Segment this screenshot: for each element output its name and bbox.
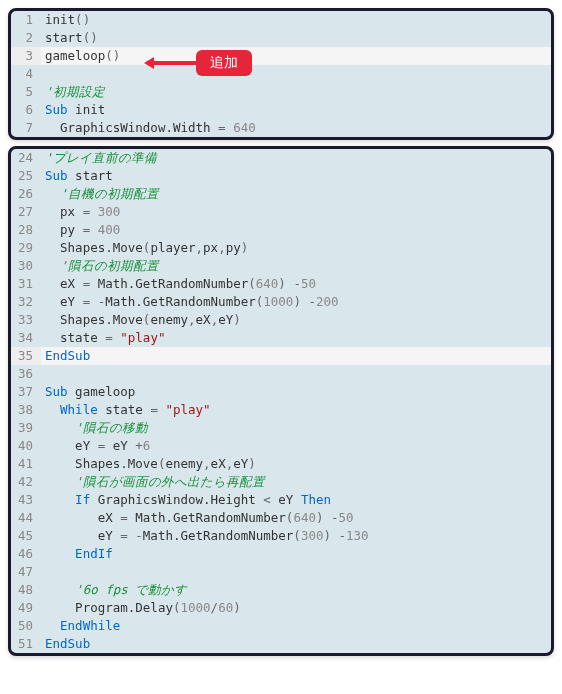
code-panel-top: 1init()2start()3gameloop()45'初期設定6Sub in… <box>8 8 554 140</box>
code-content <box>41 365 551 383</box>
line-number: 39 <box>11 419 41 437</box>
code-content: eX = Math.GetRandomNumber(640) -50 <box>41 509 551 527</box>
code-line[interactable]: 31 eX = Math.GetRandomNumber(640) -50 <box>11 275 551 293</box>
line-number: 47 <box>11 563 41 581</box>
code-line[interactable]: 32 eY = -Math.GetRandomNumber(1000) -200 <box>11 293 551 311</box>
code-content: gameloop() <box>41 47 551 65</box>
line-number: 34 <box>11 329 41 347</box>
code-line[interactable]: 45 eY = -Math.GetRandomNumber(300) -130 <box>11 527 551 545</box>
code-content: '初期設定 <box>41 83 551 101</box>
line-number: 41 <box>11 455 41 473</box>
code-panel-bottom: 24'プレイ直前の準備25Sub start26 '自機の初期配置27 px =… <box>8 146 554 656</box>
code-line[interactable]: 29 Shapes.Move(player,px,py) <box>11 239 551 257</box>
code-line[interactable]: 41 Shapes.Move(enemy,eX,eY) <box>11 455 551 473</box>
code-line[interactable]: 5'初期設定 <box>11 83 551 101</box>
code-line[interactable]: 7 GraphicsWindow.Width = 640 <box>11 119 551 137</box>
code-content <box>41 563 551 581</box>
code-content: eY = -Math.GetRandomNumber(300) -130 <box>41 527 551 545</box>
code-line[interactable]: 47 <box>11 563 551 581</box>
line-number: 26 <box>11 185 41 203</box>
code-line[interactable]: 48 '6o fps で動かす <box>11 581 551 599</box>
code-content: If GraphicsWindow.Height < eY Then <box>41 491 551 509</box>
code-line[interactable]: 35EndSub <box>11 347 551 365</box>
code-line[interactable]: 26 '自機の初期配置 <box>11 185 551 203</box>
line-number: 25 <box>11 167 41 185</box>
code-line[interactable]: 34 state = "play" <box>11 329 551 347</box>
code-content: Program.Delay(1000/60) <box>41 599 551 617</box>
line-number: 44 <box>11 509 41 527</box>
code-content: Sub init <box>41 101 551 119</box>
line-number: 35 <box>11 347 41 365</box>
code-content: eY = eY +6 <box>41 437 551 455</box>
line-number: 48 <box>11 581 41 599</box>
line-number: 31 <box>11 275 41 293</box>
annotation-callout: 追加 <box>148 50 252 76</box>
code-line[interactable]: 1init() <box>11 11 551 29</box>
code-line[interactable]: 3gameloop() <box>11 47 551 65</box>
line-number: 30 <box>11 257 41 275</box>
line-number: 5 <box>11 83 41 101</box>
code-content: Sub gameloop <box>41 383 551 401</box>
code-line[interactable]: 30 '隕石の初期配置 <box>11 257 551 275</box>
code-content: '隕石が画面の外へ出たら再配置 <box>41 473 551 491</box>
code-line[interactable]: 4 <box>11 65 551 83</box>
code-content: '隕石の初期配置 <box>41 257 551 275</box>
code-line[interactable]: 50 EndWhile <box>11 617 551 635</box>
line-number: 42 <box>11 473 41 491</box>
code-line[interactable]: 6Sub init <box>11 101 551 119</box>
line-number: 49 <box>11 599 41 617</box>
code-line[interactable]: 28 py = 400 <box>11 221 551 239</box>
code-content: px = 300 <box>41 203 551 221</box>
line-number: 38 <box>11 401 41 419</box>
code-content: py = 400 <box>41 221 551 239</box>
code-line[interactable]: 44 eX = Math.GetRandomNumber(640) -50 <box>11 509 551 527</box>
line-number: 2 <box>11 29 41 47</box>
code-line[interactable]: 49 Program.Delay(1000/60) <box>11 599 551 617</box>
line-number: 37 <box>11 383 41 401</box>
line-number: 36 <box>11 365 41 383</box>
code-content: EndSub <box>41 635 551 653</box>
code-content: While state = "play" <box>41 401 551 419</box>
code-line[interactable]: 51EndSub <box>11 635 551 653</box>
annotation-badge: 追加 <box>196 50 252 76</box>
code-content: '6o fps で動かす <box>41 581 551 599</box>
code-line[interactable]: 33 Shapes.Move(enemy,eX,eY) <box>11 311 551 329</box>
line-number: 4 <box>11 65 41 83</box>
line-number: 43 <box>11 491 41 509</box>
line-number: 1 <box>11 11 41 29</box>
code-content: EndSub <box>41 347 551 365</box>
line-number: 50 <box>11 617 41 635</box>
code-line[interactable]: 37Sub gameloop <box>11 383 551 401</box>
line-number: 24 <box>11 149 41 167</box>
code-line[interactable]: 27 px = 300 <box>11 203 551 221</box>
code-line[interactable]: 40 eY = eY +6 <box>11 437 551 455</box>
code-line[interactable]: 46 EndIf <box>11 545 551 563</box>
code-content: Shapes.Move(enemy,eX,eY) <box>41 311 551 329</box>
line-number: 40 <box>11 437 41 455</box>
code-content: eY = -Math.GetRandomNumber(1000) -200 <box>41 293 551 311</box>
line-number: 7 <box>11 119 41 137</box>
line-number: 45 <box>11 527 41 545</box>
code-content: init() <box>41 11 551 29</box>
code-content <box>41 65 551 83</box>
code-line[interactable]: 36 <box>11 365 551 383</box>
code-content: start() <box>41 29 551 47</box>
code-line[interactable]: 43 If GraphicsWindow.Height < eY Then <box>11 491 551 509</box>
code-line[interactable]: 38 While state = "play" <box>11 401 551 419</box>
code-line[interactable]: 39 '隕石の移動 <box>11 419 551 437</box>
line-number: 46 <box>11 545 41 563</box>
line-number: 29 <box>11 239 41 257</box>
line-number: 3 <box>11 47 41 65</box>
line-number: 51 <box>11 635 41 653</box>
code-content: EndIf <box>41 545 551 563</box>
code-content: 'プレイ直前の準備 <box>41 149 551 167</box>
code-content: state = "play" <box>41 329 551 347</box>
code-line[interactable]: 42 '隕石が画面の外へ出たら再配置 <box>11 473 551 491</box>
code-line[interactable]: 2start() <box>11 29 551 47</box>
code-content: Shapes.Move(player,px,py) <box>41 239 551 257</box>
code-content: EndWhile <box>41 617 551 635</box>
line-number: 27 <box>11 203 41 221</box>
code-line[interactable]: 25Sub start <box>11 167 551 185</box>
code-line[interactable]: 24'プレイ直前の準備 <box>11 149 551 167</box>
arrow-left-icon <box>148 61 198 65</box>
